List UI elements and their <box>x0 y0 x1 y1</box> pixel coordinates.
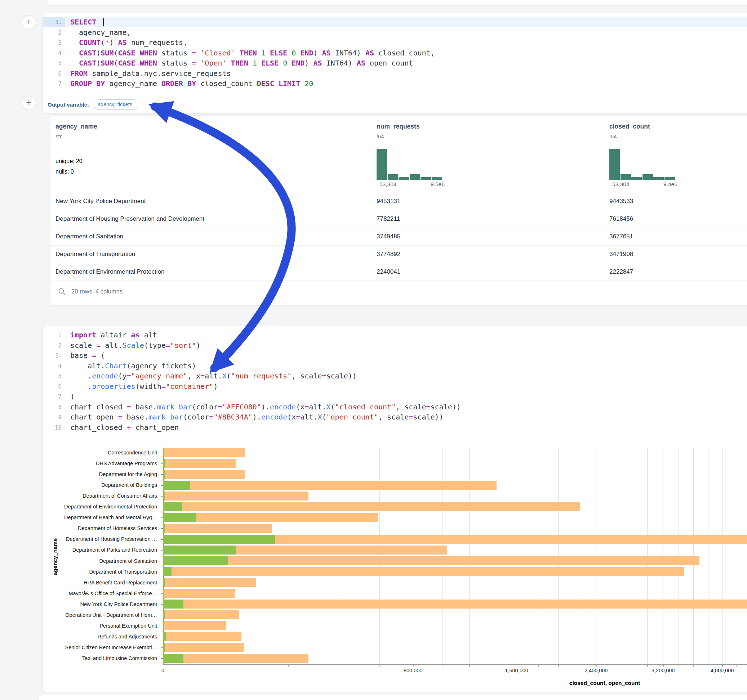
column-header-num_requests[interactable]: num_requestsi64 <box>377 123 420 140</box>
y-tick <box>161 604 163 605</box>
y-axis-label: Department of Health and Mental Hyg… <box>64 514 157 520</box>
sql-line-7[interactable]: 7GROUP BY agency_name ORDER BY closed_co… <box>43 78 747 89</box>
bar-closed_count <box>163 589 235 598</box>
bar-open_count <box>163 654 183 663</box>
add-cell-button-top[interactable]: + <box>22 15 36 30</box>
table-cell: 3749485 <box>377 228 400 245</box>
column-header-closed_count[interactable]: closed_counti64 <box>609 123 650 140</box>
bar-closed_count <box>163 610 239 619</box>
output-variable-row: Output variable: agency_tickets <box>43 96 747 113</box>
table-row[interactable]: Department of Environmental Protection22… <box>50 263 747 281</box>
bar-open_count <box>163 621 164 630</box>
column-header-agency_name[interactable]: agency_namestr <box>56 123 97 140</box>
python-line-2[interactable]: 2scale = alt.Scale(type="sqrt") <box>43 340 747 351</box>
sql-cell: 1⌄SELECT 2 agency_name,3 COUNT(*) AS num… <box>42 13 747 113</box>
python-line-7[interactable]: 7) <box>43 391 747 402</box>
table-row[interactable]: Department of Sanitation37494853677651 <box>50 228 747 246</box>
y-axis-label: Department of Sanitation <box>100 558 157 564</box>
bar-closed_count <box>163 567 684 576</box>
y-axis-label: Department of Housing Preservation … <box>66 536 157 542</box>
bar-open_count <box>163 448 164 457</box>
bar-open_count <box>163 610 165 619</box>
code-text: CAST(SUM(CASE WHEN status = 'Open' THEN … <box>65 58 413 68</box>
code-text: GROUP BY agency_name ORDER BY closed_cou… <box>65 78 313 89</box>
code-text: FROM sample_data.nyc.service_requests <box>65 68 231 79</box>
x-tick <box>380 665 380 667</box>
code-text: .properties(width="container") <box>65 381 218 392</box>
bar-closed_count <box>163 448 245 457</box>
sql-code-editor[interactable]: 1⌄SELECT 2 agency_name,3 COUNT(*) AS num… <box>43 13 747 89</box>
code-text: SELECT <box>65 17 104 27</box>
bar-open_count <box>163 470 165 479</box>
gridline <box>736 448 736 664</box>
gridline <box>494 448 494 664</box>
table-row[interactable]: Department of Transportation377489234719… <box>50 245 747 263</box>
sql-line-4[interactable]: 4 CAST(SUM(CASE WHEN status = 'Closed' T… <box>43 48 747 58</box>
y-axis-label: New York City Police Department <box>80 601 157 607</box>
bar-open_count <box>163 481 190 490</box>
python-line-6[interactable]: 6 .properties(width="container") <box>43 381 747 392</box>
bar-open_count <box>163 589 164 598</box>
y-tick <box>161 582 163 583</box>
chevron-down-icon[interactable]: ⌄ <box>59 353 62 358</box>
python-line-8[interactable]: 8chart_closed = base.mark_bar(color="#FF… <box>43 402 747 412</box>
column-stat: unique: 20 <box>56 158 83 164</box>
y-tick <box>161 539 163 540</box>
y-tick <box>161 561 163 562</box>
gridline <box>693 448 694 664</box>
y-tick <box>161 637 163 637</box>
chevron-down-icon[interactable]: ⌄ <box>59 20 62 24</box>
y-axis-labels: Correspondence UnitDHS Advantage Program… <box>43 448 161 664</box>
sql-line-3[interactable]: 3 COUNT(*) AS num_requests, <box>43 38 747 48</box>
sql-line-2[interactable]: 2 agency_name, <box>43 27 747 38</box>
y-tick <box>161 517 163 518</box>
add-cell-button-output[interactable]: + <box>22 96 36 110</box>
y-axis-label: Correspondence Unit <box>108 450 157 456</box>
python-line-1[interactable]: 1import altair as alt <box>43 330 747 340</box>
x-tick <box>413 665 414 667</box>
y-tick <box>161 507 163 507</box>
previous-cell-partial <box>47 0 747 6</box>
x-tick <box>578 665 578 667</box>
bar-open_count <box>163 524 165 533</box>
gridline <box>614 448 614 664</box>
python-line-5[interactable]: 5 .encode(y="agency_name", x=alt.X("num_… <box>43 371 747 381</box>
bar-open_count <box>163 492 165 501</box>
bar-open_count <box>163 535 275 544</box>
y-tick <box>161 658 163 659</box>
y-tick <box>161 463 163 464</box>
y-axis-label: Department for the Aging <box>99 471 157 477</box>
python-line-3[interactable]: 3⌄base = ( <box>43 350 747 361</box>
table-footer: 20 rows, 4 columns <box>50 282 747 305</box>
histogram-min-label: 53,304 <box>380 181 396 188</box>
column-histogram <box>609 149 675 180</box>
y-axis-label: DHS Advantage Programs <box>96 460 157 466</box>
search-icon[interactable] <box>57 287 66 296</box>
python-line-4[interactable]: 4 alt.Chart(agency_tickets) <box>43 361 747 371</box>
table-cell: Department of Housing Preservation and D… <box>56 210 204 228</box>
y-axis-label: Senior Citizen Rent Increase Exempti… <box>65 644 157 650</box>
column-stat: nulls: 0 <box>56 169 74 175</box>
python-line-9[interactable]: 9chart_open = base.mark_bar(color="#8BC3… <box>43 412 747 422</box>
x-tick <box>693 665 694 667</box>
chart-plot-area <box>163 448 747 664</box>
python-code-editor[interactable]: 1import altair as alt2scale = alt.Scale(… <box>43 326 747 433</box>
y-axis-label: Department of Homeless Services <box>78 525 157 531</box>
code-text: chart_open = base.mark_bar(color="#8BC34… <box>65 412 444 422</box>
code-text: CAST(SUM(CASE WHEN status = 'Closed' THE… <box>65 48 435 58</box>
line-number: 8 <box>43 402 65 412</box>
bar-open_count <box>163 567 171 576</box>
sql-line-1[interactable]: 1⌄SELECT <box>43 17 747 27</box>
sql-line-5[interactable]: 5 CAST(SUM(CASE WHEN status = 'Open' THE… <box>43 58 747 68</box>
bar-open_count <box>163 502 182 511</box>
y-tick <box>161 528 163 529</box>
table-row[interactable]: New York City Police Department945313194… <box>50 192 747 210</box>
line-number: 5 <box>43 58 65 68</box>
y-axis-label: Department of Buildings <box>101 482 157 488</box>
python-line-10[interactable]: 10chart_closed + chart_open <box>43 422 747 433</box>
sql-line-6[interactable]: 6FROM sample_data.nyc.service_requests <box>43 68 747 79</box>
gridline <box>679 448 679 664</box>
output-variable-pill[interactable]: agency_tickets <box>94 100 138 110</box>
table-row[interactable]: Department of Housing Preservation and D… <box>50 210 747 228</box>
x-tick-label: 4,000,000 <box>711 668 734 673</box>
